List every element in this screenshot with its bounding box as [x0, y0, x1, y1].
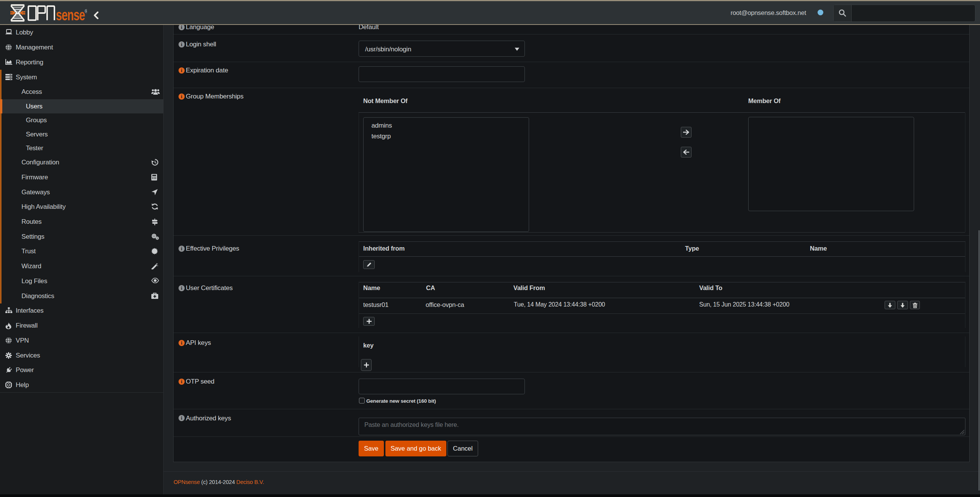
svg-text:sense: sense: [56, 6, 85, 23]
svg-text:®: ®: [85, 9, 87, 14]
